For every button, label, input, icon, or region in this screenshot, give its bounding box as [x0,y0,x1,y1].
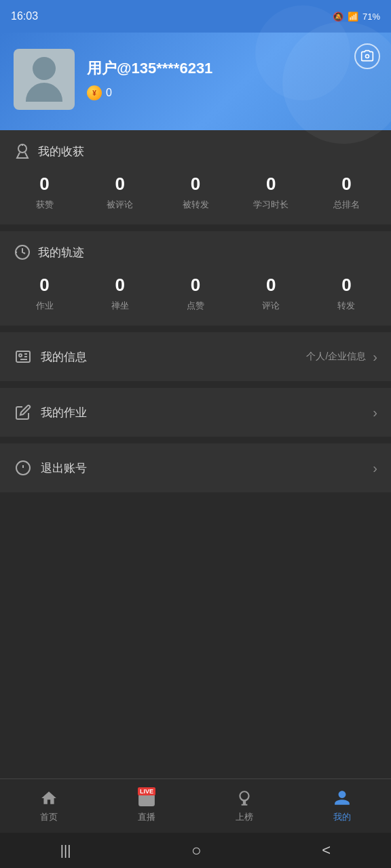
sys-home-btn[interactable]: ○ [191,841,202,860]
status-icons: 🔕 📶 71% [333,12,380,22]
profile-coins: 0 [87,85,377,100]
trajectory-header: 我的轨迹 [0,231,391,268]
svg-rect-5 [16,351,30,362]
traj-homework-label: 作业 [36,300,54,312]
traj-comments-value: 0 [266,275,276,296]
traj-likes-label: 点赞 [187,300,204,312]
my-homework-chevron: › [373,405,377,420]
traj-likes: 0 点赞 [157,275,233,312]
stat-reposts-label: 被转发 [183,199,209,211]
profile-header: 用户@135****6231 0 [0,33,391,130]
traj-comments: 0 评论 [234,275,309,312]
status-bar: 16:03 🔕 📶 71% [0,0,391,33]
stat-comments-value: 0 [115,174,125,195]
stat-study-time-label: 学习时长 [253,199,288,211]
stat-comments-label: 被评论 [107,199,133,211]
leaderboard-icon [235,789,254,808]
avatar-head-circle [33,57,56,80]
nav-live[interactable]: LIVE 直播 [98,789,196,823]
trajectory-title: 我的轨迹 [38,245,84,260]
nav-home-label: 首页 [40,811,58,823]
svg-point-6 [19,354,22,357]
stat-study-time-value: 0 [266,174,276,195]
notifications-icon: 🔕 [333,12,343,22]
live-icon-wrapper: LIVE [137,789,156,808]
homework-icon [14,403,33,422]
trajectory-icon [14,243,31,261]
trajectory-stats-row: 0 作业 0 禅坐 0 点赞 0 评论 0 转发 [0,268,391,326]
my-homework-label: 我的作业 [41,405,373,420]
sys-back-btn[interactable]: < [322,842,331,859]
my-trajectory-section: 我的轨迹 0 作业 0 禅坐 0 点赞 0 评论 0 转发 [0,231,391,326]
achievements-stats-row: 0 获赞 0 被评论 0 被转发 0 学习时长 0 总排名 [0,167,391,224]
stat-study-time: 0 学习时长 [234,174,309,211]
logout-right: › [373,460,377,476]
nav-live-label: 直播 [138,811,155,823]
achievements-title: 我的收获 [38,144,84,159]
nav-mine[interactable]: 我的 [293,789,391,823]
my-info-chevron: › [373,349,377,365]
svg-rect-9 [139,795,154,806]
logout-menu-item[interactable]: 退出账号 › [0,443,391,492]
my-info-menu-item[interactable]: 我的信息 个人/企业信息 › [0,332,391,381]
avatar [14,49,75,110]
stat-likes-label: 获赞 [36,199,54,211]
stat-ranking-value: 0 [341,174,351,195]
info-icon [14,347,33,366]
sys-menu-btn[interactable]: ||| [60,843,71,859]
svg-point-0 [366,55,369,58]
avatar-placeholder [26,57,62,102]
logout-label: 退出账号 [41,460,373,476]
traj-homework: 0 作业 [7,275,82,312]
traj-comments-label: 评论 [262,300,280,312]
traj-meditation-label: 禅坐 [111,300,129,312]
my-achievements-section: 我的收获 0 获赞 0 被评论 0 被转发 0 学习时长 0 总排名 [0,130,391,224]
avatar-icon [14,49,75,110]
traj-meditation: 0 禅坐 [82,275,157,312]
home-icon [39,789,58,808]
status-time: 16:03 [11,10,38,22]
nav-mine-label: 我的 [333,811,351,823]
stat-reposts: 0 被转发 [157,174,233,211]
my-homework-right: › [373,405,377,420]
achievements-icon [14,142,31,160]
live-badge: LIVE [138,787,155,795]
coin-icon [87,85,102,100]
traj-homework-value: 0 [39,275,49,296]
bottom-nav: 首页 LIVE 直播 上榜 我的 [0,778,391,833]
camera-button[interactable] [354,43,380,69]
stat-ranking-label: 总排名 [333,199,360,211]
stat-comments: 0 被评论 [82,174,157,211]
logout-chevron: › [373,460,377,476]
nav-leaderboard[interactable]: 上榜 [196,789,293,823]
wifi-icon: 📶 [348,12,358,22]
coin-count: 0 [106,87,112,99]
avatar-body-shape [26,83,62,102]
profile-username: 用户@135****6231 [87,58,377,79]
traj-meditation-value: 0 [115,275,125,296]
battery-text: 71% [362,12,380,22]
profile-info: 用户@135****6231 0 [87,58,377,100]
traj-reposts: 0 转发 [309,275,384,312]
stat-likes-value: 0 [39,174,49,195]
logout-icon [14,458,33,477]
traj-likes-value: 0 [191,275,200,296]
traj-reposts-value: 0 [341,275,351,296]
stat-likes: 0 获赞 [7,174,82,211]
my-info-label: 我的信息 [41,349,306,365]
my-info-right-text: 个人/企业信息 [306,351,366,363]
my-homework-menu-item[interactable]: 我的作业 › [0,388,391,437]
mine-icon [333,789,352,808]
nav-leaderboard-label: 上榜 [236,811,253,823]
system-nav: ||| ○ < [0,833,391,868]
nav-home[interactable]: 首页 [0,789,98,823]
traj-reposts-label: 转发 [337,300,355,312]
my-info-right: 个人/企业信息 › [306,349,377,365]
achievements-header: 我的收获 [0,130,391,167]
camera-icon [360,50,374,63]
stat-reposts-value: 0 [191,174,200,195]
stat-ranking: 0 总排名 [309,174,384,211]
